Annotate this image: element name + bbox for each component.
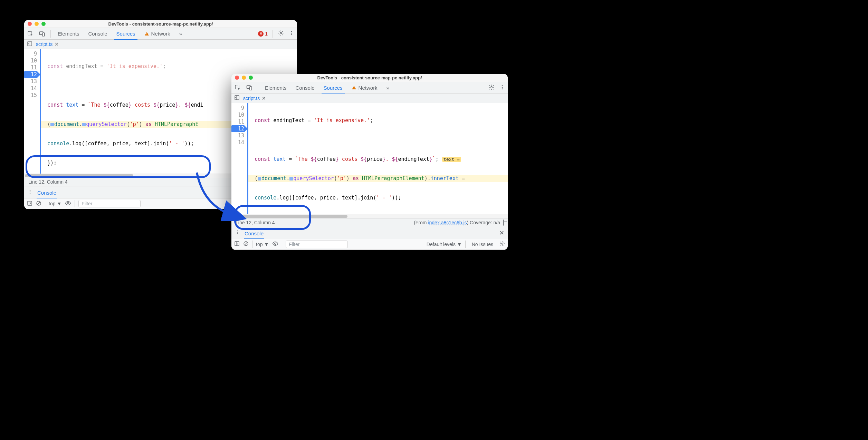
- eye-icon[interactable]: [272, 241, 278, 248]
- warning-icon: [352, 85, 356, 90]
- log-levels-selector[interactable]: Default levels ▼: [427, 242, 462, 247]
- close-icon[interactable]: ✕: [262, 96, 266, 101]
- window-title: DevTools - consistent-source-map-pc.netl…: [231, 75, 508, 80]
- show-sidebar-icon[interactable]: [234, 241, 240, 247]
- svg-point-5: [280, 32, 282, 34]
- gear-icon[interactable]: [499, 241, 505, 247]
- close-icon[interactable]: ✕: [499, 229, 504, 237]
- close-icon[interactable]: ✕: [55, 41, 59, 47]
- sourcemap-from: (From index.a8c1ec6b.js) Coverage: n/a: [414, 220, 504, 225]
- svg-point-27: [502, 88, 503, 89]
- svg-point-13: [30, 193, 30, 193]
- titlebar: DevTools - consistent-source-map-pc.netl…: [24, 20, 297, 28]
- show-sidebar-icon[interactable]: [27, 201, 32, 207]
- error-count-badge[interactable]: ✕ 1: [258, 31, 268, 37]
- navigator-icon[interactable]: [234, 95, 240, 101]
- file-tab-label: script.ts: [243, 96, 260, 101]
- line-gutter[interactable]: 9 10 11 12 13 14: [231, 103, 247, 214]
- svg-point-7: [291, 33, 292, 34]
- svg-point-12: [30, 191, 30, 192]
- console-kebab-icon[interactable]: [28, 189, 32, 195]
- svg-point-8: [291, 35, 292, 36]
- svg-rect-3: [146, 33, 147, 34]
- context-selector[interactable]: top ▼: [49, 201, 61, 206]
- gear-icon[interactable]: [488, 84, 495, 91]
- tab-network-label: Network: [359, 85, 378, 91]
- svg-point-24: [491, 87, 493, 88]
- svg-rect-22: [354, 87, 354, 88]
- current-line: (document.querySelector('p') as HTMLPara…: [248, 175, 508, 182]
- svg-point-31: [237, 232, 238, 233]
- traffic-zoom[interactable]: [249, 76, 253, 80]
- svg-point-6: [291, 31, 292, 32]
- traffic-close[interactable]: [28, 22, 32, 26]
- kebab-icon[interactable]: [289, 30, 294, 37]
- tab-sources[interactable]: Sources: [322, 82, 345, 94]
- tab-console[interactable]: Console: [86, 28, 109, 39]
- svg-line-36: [245, 242, 247, 245]
- svg-rect-21: [250, 87, 252, 90]
- more-tabs[interactable]: »: [384, 82, 391, 94]
- tab-elements[interactable]: Elements: [56, 28, 82, 39]
- traffic-minimize[interactable]: [242, 76, 246, 80]
- line-gutter[interactable]: 9 10 11 12 13 14 15: [24, 49, 40, 174]
- svg-point-38: [502, 243, 503, 244]
- horizontal-scrollbar[interactable]: [231, 214, 508, 218]
- cursor-position: Line 12, Column 4: [28, 179, 68, 185]
- svg-rect-23: [354, 89, 354, 89]
- breakpoint-marker: 12: [231, 125, 244, 132]
- svg-line-17: [37, 202, 40, 205]
- inline-value-badge: text =: [442, 157, 461, 162]
- svg-rect-2: [42, 33, 45, 36]
- svg-point-18: [67, 202, 69, 204]
- device-icon[interactable]: [246, 84, 253, 91]
- svg-point-26: [502, 87, 503, 88]
- traffic-close[interactable]: [235, 76, 239, 80]
- svg-rect-4: [146, 35, 147, 35]
- breakpoint-marker: 12: [24, 71, 37, 78]
- tab-sources[interactable]: Sources: [114, 28, 137, 40]
- console-kebab-icon[interactable]: [235, 230, 240, 236]
- file-tab[interactable]: script.ts ✕: [36, 41, 59, 47]
- tab-network[interactable]: Network: [350, 82, 380, 94]
- inspect-icon[interactable]: [27, 30, 34, 37]
- traffic-zoom[interactable]: [41, 22, 46, 26]
- file-tab-label: script.ts: [36, 41, 53, 47]
- console-drawer-tab[interactable]: Console: [37, 188, 57, 198]
- filter-input[interactable]: Filter: [286, 241, 348, 248]
- gear-icon[interactable]: [278, 30, 284, 37]
- error-count-value: 1: [265, 31, 268, 37]
- tab-elements[interactable]: Elements: [263, 82, 289, 94]
- tab-network-label: Network: [151, 31, 170, 37]
- tab-console[interactable]: Console: [294, 82, 317, 94]
- navigator-icon[interactable]: [27, 41, 32, 48]
- code-editor[interactable]: const endingText = 'It is expensive.'; c…: [247, 103, 508, 214]
- svg-point-25: [502, 85, 503, 86]
- context-selector[interactable]: top ▼: [256, 242, 269, 247]
- inspect-icon[interactable]: [234, 84, 241, 91]
- cursor-position: Line 12, Column 4: [236, 220, 275, 225]
- kebab-icon[interactable]: [499, 85, 505, 91]
- error-icon: ✕: [258, 31, 264, 37]
- more-tabs[interactable]: »: [177, 28, 184, 39]
- tab-network[interactable]: Network: [142, 28, 172, 39]
- filter-input[interactable]: Filter: [78, 200, 141, 207]
- window-title: DevTools - consistent-source-map-pc.netl…: [24, 21, 297, 27]
- issues-count[interactable]: No Issues: [469, 242, 496, 247]
- coverage-icon[interactable]: [503, 219, 504, 226]
- svg-point-11: [30, 190, 30, 190]
- warning-icon: [144, 31, 149, 36]
- eye-icon[interactable]: [65, 200, 71, 207]
- file-tab[interactable]: script.ts ✕: [243, 96, 266, 101]
- clear-console-icon[interactable]: [243, 241, 249, 247]
- titlebar: DevTools - consistent-source-map-pc.netl…: [231, 74, 508, 82]
- traffic-minimize[interactable]: [35, 22, 39, 26]
- console-drawer-tab[interactable]: Console: [244, 229, 264, 239]
- device-icon[interactable]: [39, 30, 46, 37]
- clear-console-icon[interactable]: [36, 201, 41, 207]
- svg-point-32: [237, 233, 238, 234]
- sourcemap-link[interactable]: index.a8c1ec6b.js: [428, 220, 467, 225]
- svg-point-37: [275, 243, 276, 245]
- svg-point-30: [237, 231, 238, 231]
